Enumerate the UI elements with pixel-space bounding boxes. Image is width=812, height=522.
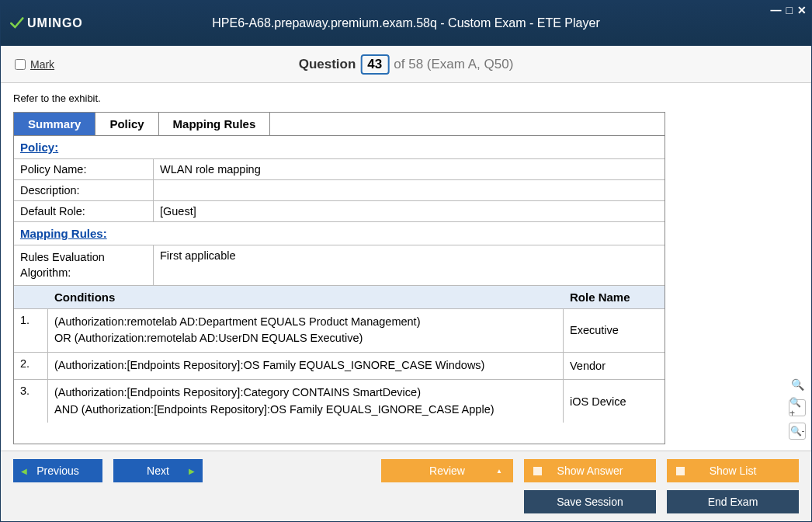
rule-index: 2. <box>14 353 48 379</box>
policy-name-label: Policy Name: <box>14 159 154 179</box>
tab-summary[interactable]: Summary <box>14 113 95 135</box>
default-role-label: Default Role: <box>14 201 154 221</box>
question-total: of 58 (Exam A, Q50) <box>394 57 513 72</box>
zoom-out-button[interactable]: 🔍- <box>789 423 806 440</box>
policy-header: Policy: <box>14 136 665 158</box>
rule-index: 3. <box>14 380 48 423</box>
table-row: 1. (Authorization:remotelab AD:Departmen… <box>14 308 665 353</box>
next-label: Next <box>147 465 169 477</box>
show-answer-label: Show Answer <box>557 465 623 477</box>
logo: UMINGO <box>9 16 83 31</box>
maximize-icon[interactable]: □ <box>786 4 793 16</box>
window-title: HPE6-A68.prepaway.premium.exam.58q - Cus… <box>212 16 599 30</box>
role-name-header: Role Name <box>564 286 665 308</box>
show-list-button[interactable]: Show List <box>667 459 799 482</box>
tab-mapping-rules[interactable]: Mapping Rules <box>159 113 271 135</box>
rules-eval-value: First applicable <box>154 245 665 285</box>
previous-label: Previous <box>36 465 78 477</box>
zoom-in-button[interactable]: 🔍+ <box>789 399 806 416</box>
conditions-header: Conditions <box>48 286 564 308</box>
policy-name-value: WLAN role mapping <box>154 159 665 179</box>
title-bar: UMINGO HPE6-A68.prepaway.premium.exam.58… <box>1 1 811 46</box>
question-indicator: Question 43 of 58 (Exam A, Q50) <box>299 54 514 75</box>
checkbox-icon <box>533 467 542 475</box>
check-icon <box>9 16 24 31</box>
rule-condition: (Authorization:remotelab AD:Department E… <box>48 309 564 353</box>
logo-text: UMINGO <box>27 16 83 30</box>
minimize-icon[interactable]: — <box>771 4 782 16</box>
tab-policy[interactable]: Policy <box>95 113 158 135</box>
rules-eval-label: Rules Evaluation Algorithm: <box>14 245 154 285</box>
review-button[interactable]: Review▲ <box>381 459 513 482</box>
mark-label: Mark <box>30 58 54 71</box>
next-button[interactable]: Next▶ <box>113 459 203 482</box>
rule-role: iOS Device <box>564 380 665 423</box>
review-label: Review <box>429 465 465 477</box>
show-list-label: Show List <box>710 465 757 477</box>
end-exam-button[interactable]: End Exam <box>667 490 799 513</box>
checkbox-icon <box>676 467 685 475</box>
mark-checkbox[interactable]: Mark <box>15 58 54 71</box>
close-icon[interactable]: ✕ <box>797 4 807 16</box>
table-row: 3. (Authorization:[Endpoints Repository]… <box>14 379 665 423</box>
table-row: 2. (Authorization:[Endpoints Repository]… <box>14 352 665 379</box>
description-label: Description: <box>14 180 154 200</box>
question-intro: Refer to the exhibit. <box>13 92 771 104</box>
rule-role: Vendor <box>564 353 665 379</box>
description-value <box>154 180 665 200</box>
show-answer-button[interactable]: Show Answer <box>524 459 656 482</box>
question-number: 43 <box>360 54 389 75</box>
rule-condition: (Authorization:[Endpoints Repository]:Ca… <box>48 380 564 423</box>
previous-button[interactable]: ◀Previous <box>13 459 102 482</box>
mark-checkbox-input[interactable] <box>15 59 26 70</box>
rule-role: Executive <box>564 309 665 353</box>
rule-condition: (Authorization:[Endpoints Repository]:OS… <box>48 353 564 379</box>
magnifier-icon[interactable]: 🔍 <box>789 376 806 393</box>
question-word: Question <box>299 57 356 72</box>
exhibit-panel: Summary Policy Mapping Rules Policy: Pol… <box>13 112 665 444</box>
save-session-button[interactable]: Save Session <box>524 490 656 513</box>
rule-index: 1. <box>14 309 48 353</box>
mapping-rules-header: Mapping Rules: <box>14 221 665 245</box>
default-role-value: [Guest] <box>154 201 665 221</box>
